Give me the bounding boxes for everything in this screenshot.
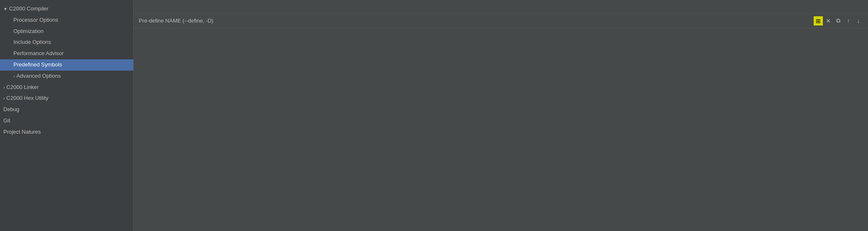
sidebar-item-optimization[interactable]: Optimization: [0, 26, 133, 37]
sidebar-item-c2000-hex-utility[interactable]: › C2000 Hex Utility: [0, 93, 133, 104]
move-up-button[interactable]: ↑: [844, 16, 853, 25]
sidebar-label: Performance Advisor: [13, 50, 64, 56]
move-down-button[interactable]: ↓: [854, 16, 863, 25]
sidebar-item-processor-options[interactable]: Processor Options: [0, 15, 133, 26]
sidebar-label: Git: [3, 117, 10, 124]
sidebar-label: C2000 Hex Utility: [6, 95, 48, 101]
expand-arrow: ›: [3, 95, 5, 102]
copy-button[interactable]: ⧉: [834, 16, 843, 25]
sidebar-item-git[interactable]: Git: [0, 115, 133, 127]
toolbar-buttons: ⊞ ✕ ⧉ ↑ ↓: [814, 16, 863, 25]
delete-button[interactable]: ✕: [824, 16, 833, 25]
sidebar-label: Project Natures: [3, 129, 41, 135]
sidebar-label: Predefined Symbols: [13, 61, 62, 68]
sidebar-label: Advanced Options: [16, 73, 61, 79]
sidebar-label: C2000 Linker: [6, 84, 38, 90]
top-bar: [134, 0, 868, 13]
sidebar-item-advanced-options[interactable]: › Advanced Options: [0, 71, 133, 82]
add-button[interactable]: ⊞: [814, 16, 823, 25]
sidebar-item-predefined-symbols[interactable]: Predefined Symbols: [0, 59, 133, 71]
panel-title: Pre-define NAME (--define, -D): [139, 18, 213, 24]
sidebar-label: Include Options: [13, 39, 51, 45]
expand-arrow: ›: [3, 84, 5, 91]
sidebar-item-c2000-compiler[interactable]: ▼ C2000 Compiler: [0, 3, 133, 15]
sidebar-item-c2000-linker[interactable]: › C2000 Linker: [0, 82, 133, 93]
empty-area: [134, 28, 868, 231]
sidebar: ▼ C2000 CompilerProcessor OptionsOptimiz…: [0, 0, 134, 231]
panel-body: [134, 28, 868, 231]
content-area: Pre-define NAME (--define, -D) ⊞ ✕ ⧉ ↑ ↓: [134, 13, 868, 231]
sidebar-label: Debug: [3, 106, 19, 112]
sidebar-item-project-natures[interactable]: Project Natures: [0, 127, 133, 138]
main-content: Pre-define NAME (--define, -D) ⊞ ✕ ⧉ ↑ ↓: [134, 0, 868, 231]
expand-arrow: ▼: [3, 6, 8, 13]
sidebar-label: Processor Options: [13, 17, 58, 23]
sidebar-label: C2000 Compiler: [9, 5, 48, 12]
sidebar-item-include-options[interactable]: Include Options: [0, 37, 133, 48]
expand-arrow: ›: [13, 73, 15, 80]
sidebar-label: Optimization: [13, 28, 43, 34]
sidebar-item-performance-advisor[interactable]: Performance Advisor: [0, 48, 133, 59]
sidebar-item-debug[interactable]: Debug: [0, 104, 133, 115]
panel-header: Pre-define NAME (--define, -D) ⊞ ✕ ⧉ ↑ ↓: [134, 13, 868, 28]
